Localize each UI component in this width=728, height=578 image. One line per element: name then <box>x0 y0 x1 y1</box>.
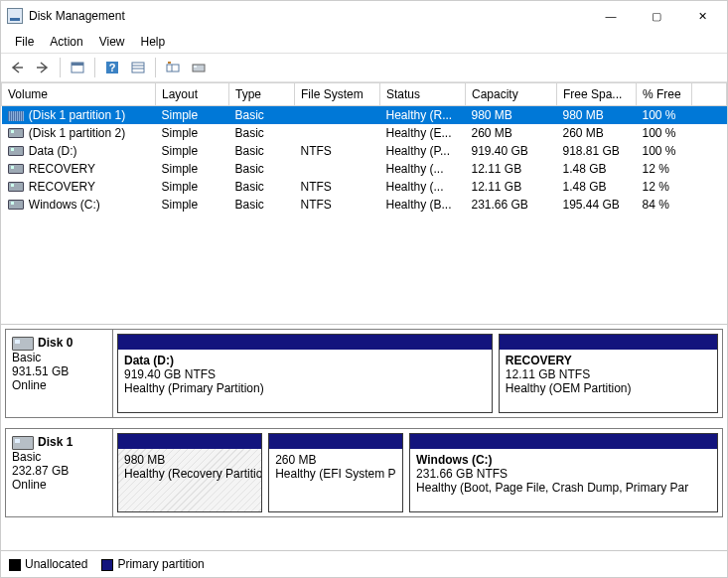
forward-button[interactable] <box>31 56 55 79</box>
cell-capacity: 231.66 GB <box>466 196 557 214</box>
cell-capacity: 12.11 GB <box>466 178 557 196</box>
cell-pct: 12 % <box>637 178 692 196</box>
cell-free: 1.48 GB <box>557 160 637 178</box>
panel-icon <box>70 60 85 75</box>
properties-button[interactable] <box>66 56 89 79</box>
cell-pct-text: 100 % <box>643 144 676 158</box>
partition[interactable]: 980 MBHealthy (Recovery Partition <box>117 433 262 512</box>
cell-capacity: 12.11 GB <box>466 160 557 178</box>
disk-type: Basic <box>12 450 106 464</box>
disk-size: 931.51 GB <box>12 364 106 378</box>
partition-body: 260 MBHealthy (EFI System P <box>269 449 402 511</box>
cell-status: Healthy (... <box>380 178 466 196</box>
cell-free-text: 980 MB <box>563 108 604 122</box>
col-pctfree[interactable]: % Free <box>637 83 692 106</box>
menu-file[interactable]: File <box>7 33 42 51</box>
cell-type: Basic <box>229 196 295 214</box>
cell-capacity: 919.40 GB <box>466 142 557 160</box>
svg-text:?: ? <box>109 62 116 73</box>
disk-header[interactable]: Disk 1Basic232.87 GBOnline <box>6 429 113 516</box>
volume-table: Volume Layout Type File System Status Ca… <box>1 82 727 214</box>
cell-free: 1.48 GB <box>557 178 637 196</box>
volume-row[interactable]: Windows (C:)SimpleBasicNTFSHealthy (B...… <box>2 196 727 214</box>
swatch-unallocated-icon <box>9 559 21 571</box>
cell-pct: 100 % <box>637 142 692 160</box>
volume-row[interactable]: RECOVERYSimpleBasicNTFSHealthy (...12.11… <box>2 178 727 196</box>
col-type[interactable]: Type <box>229 83 295 106</box>
cell-fs: NTFS <box>295 178 380 196</box>
volume-icon <box>8 111 24 121</box>
cell-layout: Simple <box>156 124 229 142</box>
app-icon <box>7 8 23 24</box>
legend-primary-label: Primary partition <box>117 557 204 571</box>
cell-free-text: 918.81 GB <box>563 144 620 158</box>
cell-free: 260 MB <box>557 124 637 142</box>
partition-bar <box>118 434 261 449</box>
list-icon <box>130 60 146 75</box>
cell-name: (Disk 1 partition 1) <box>2 106 156 124</box>
disk-name: Disk 1 <box>38 435 73 449</box>
volume-row[interactable]: RECOVERYSimpleBasicHealthy (...12.11 GB1… <box>2 160 727 178</box>
partition-bar <box>500 335 717 350</box>
disk-name: Disk 0 <box>38 336 73 350</box>
partition-title: Windows (C:) <box>416 453 711 467</box>
col-capacity[interactable]: Capacity <box>466 83 557 106</box>
volume-list[interactable]: Volume Layout Type File System Status Ca… <box>1 82 727 325</box>
partition[interactable]: 260 MBHealthy (EFI System P <box>268 433 403 512</box>
list-button[interactable] <box>126 56 150 79</box>
minimize-button[interactable]: — <box>588 1 634 31</box>
volume-row[interactable]: (Disk 1 partition 2)SimpleBasicHealthy (… <box>2 124 727 142</box>
col-freespace[interactable]: Free Spa... <box>557 83 637 106</box>
legend-unallocated-label: Unallocated <box>25 557 87 571</box>
col-layout[interactable]: Layout <box>156 83 229 106</box>
settings-button[interactable] <box>161 56 185 79</box>
refresh-button[interactable] <box>187 56 211 79</box>
menu-help[interactable]: Help <box>133 33 174 51</box>
partition[interactable]: RECOVERY12.11 GB NTFSHealthy (OEM Partit… <box>499 334 718 413</box>
partition-line2: 919.40 GB NTFS <box>124 367 486 381</box>
disk-partitions: 980 MBHealthy (Recovery Partition260 MBH… <box>113 429 722 516</box>
arrow-right-icon <box>35 60 51 75</box>
menu-action[interactable]: Action <box>42 33 90 51</box>
col-status[interactable]: Status <box>380 83 466 106</box>
maximize-button[interactable]: ▢ <box>634 1 679 31</box>
volume-row[interactable]: (Disk 1 partition 1)SimpleBasicHealthy (… <box>2 106 727 124</box>
menu-view[interactable]: View <box>91 33 133 51</box>
cell-name: (Disk 1 partition 2) <box>2 124 156 142</box>
disk-header[interactable]: Disk 0Basic931.51 GBOnline <box>6 330 113 417</box>
help-button[interactable]: ? <box>100 56 124 79</box>
cell-status-text: Healthy (... <box>386 162 444 176</box>
disk-map: Disk 0Basic931.51 GBOnlineData (D:)919.4… <box>1 325 727 550</box>
cell-type-text: Basic <box>235 162 264 176</box>
partition[interactable]: Windows (C:)231.66 GB NTFSHealthy (Boot,… <box>409 433 718 512</box>
cell-capacity: 260 MB <box>466 124 557 142</box>
cell-free-text: 1.48 GB <box>563 162 607 176</box>
partition-title: Data (D:) <box>124 354 486 367</box>
cell-layout: Simple <box>156 178 229 196</box>
volume-icon <box>8 128 24 138</box>
toolbar-separator <box>155 58 156 77</box>
cell-name: RECOVERY <box>2 160 156 178</box>
toolbar: ? <box>1 53 727 82</box>
col-volume[interactable]: Volume <box>2 83 156 106</box>
cell-layout: Simple <box>156 196 229 214</box>
cell-layout-text: Simple <box>162 144 199 158</box>
cell-type: Basic <box>229 160 295 178</box>
cell-type-text: Basic <box>235 108 264 122</box>
cell-status: Healthy (E... <box>380 124 466 142</box>
disk-status: Online <box>12 378 106 392</box>
partition-bar <box>269 434 402 449</box>
cell-fs <box>295 160 380 178</box>
cell-layout-text: Simple <box>162 108 199 122</box>
cell-free: 980 MB <box>557 106 637 124</box>
col-filesystem[interactable]: File System <box>295 83 380 106</box>
cell-status-text: Healthy (B... <box>386 198 452 212</box>
back-button[interactable] <box>5 56 29 79</box>
cell-status-text: Healthy (E... <box>386 126 452 140</box>
partition[interactable]: Data (D:)919.40 GB NTFSHealthy (Primary … <box>117 334 493 413</box>
help-icon: ? <box>104 60 120 75</box>
close-button[interactable]: ✕ <box>679 1 725 31</box>
cell-capacity-text: 12.11 GB <box>472 180 522 194</box>
volume-row[interactable]: Data (D:)SimpleBasicNTFSHealthy (P...919… <box>2 142 727 160</box>
disk-row: Disk 1Basic232.87 GBOnline980 MBHealthy … <box>5 428 723 517</box>
